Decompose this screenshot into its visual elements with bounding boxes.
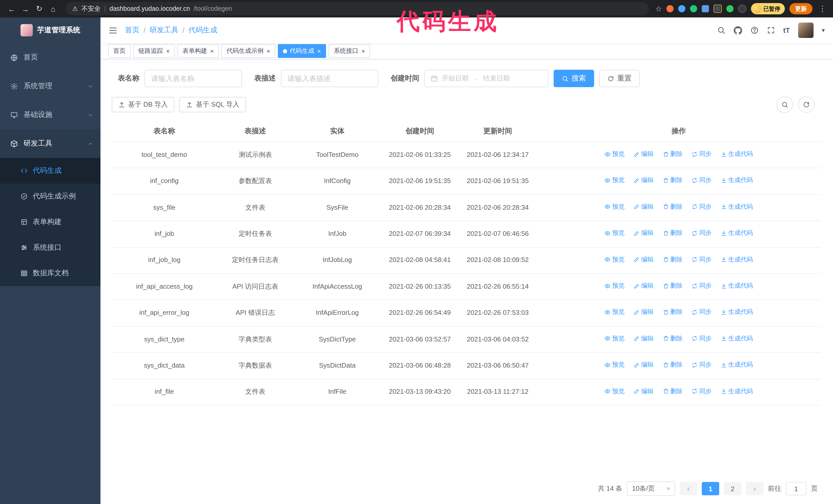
preview-link[interactable]: 预览 xyxy=(604,175,625,185)
preview-link[interactable]: 预览 xyxy=(604,281,625,291)
delete-link[interactable]: 删除 xyxy=(663,175,683,185)
edit-link[interactable]: 编辑 xyxy=(634,281,653,291)
user-avatar[interactable] xyxy=(798,23,813,38)
extension-icon[interactable] xyxy=(714,5,722,13)
delete-link[interactable]: 删除 xyxy=(663,334,683,343)
generate-code-link[interactable]: 生成代码 xyxy=(721,149,753,159)
github-icon[interactable] xyxy=(734,26,742,34)
extension-icon[interactable] xyxy=(678,5,685,12)
preview-link[interactable]: 预览 xyxy=(604,307,625,317)
page-button-2[interactable]: 2 xyxy=(724,482,741,495)
reload-icon[interactable]: ↻ xyxy=(33,2,46,15)
edit-link[interactable]: 编辑 xyxy=(634,202,653,212)
close-icon[interactable]: × xyxy=(166,48,170,54)
preview-link[interactable]: 预览 xyxy=(604,386,625,396)
edit-link[interactable]: 编辑 xyxy=(634,307,653,317)
preview-link[interactable]: 预览 xyxy=(604,334,625,343)
sidebar-item-codegen[interactable]: 代码生成 xyxy=(0,158,100,184)
avatar-caret-icon[interactable]: ▾ xyxy=(822,27,825,34)
delete-link[interactable]: 删除 xyxy=(663,255,683,264)
forward-icon[interactable]: → xyxy=(19,2,32,15)
close-icon[interactable]: × xyxy=(317,48,321,54)
extension-icon[interactable] xyxy=(727,5,734,12)
generate-code-link[interactable]: 生成代码 xyxy=(721,175,753,185)
sync-link[interactable]: 同步 xyxy=(691,149,712,159)
extension-icon[interactable] xyxy=(690,5,697,12)
edit-link[interactable]: 编辑 xyxy=(634,360,653,370)
close-icon[interactable]: × xyxy=(361,48,365,54)
sync-link[interactable]: 同步 xyxy=(691,255,712,264)
sidebar-item-system-mgmt[interactable]: 系统管理 xyxy=(0,72,100,100)
generate-code-link[interactable]: 生成代码 xyxy=(721,255,753,264)
edit-link[interactable]: 编辑 xyxy=(634,255,653,264)
next-page-button[interactable]: › xyxy=(746,482,763,495)
edit-link[interactable]: 编辑 xyxy=(634,228,653,238)
sync-link[interactable]: 同步 xyxy=(691,360,712,370)
import-db-button[interactable]: 基于 DB 导入 xyxy=(112,97,174,112)
extension-icon[interactable] xyxy=(738,5,746,13)
extension-icon[interactable] xyxy=(702,5,709,12)
bookmark-star-icon[interactable]: ☆ xyxy=(656,5,662,13)
tab-trace[interactable]: 链路追踪× xyxy=(133,44,175,58)
help-icon[interactable] xyxy=(751,26,759,34)
preview-link[interactable]: 预览 xyxy=(604,228,625,238)
edit-link[interactable]: 编辑 xyxy=(634,334,653,343)
page-button-1[interactable]: 1 xyxy=(702,482,719,495)
security-label[interactable]: 不安全 xyxy=(81,4,101,13)
tab-home[interactable]: 首页 xyxy=(108,44,131,58)
toggle-search-button[interactable] xyxy=(777,96,793,113)
delete-link[interactable]: 删除 xyxy=(663,360,683,370)
date-range-picker[interactable]: 开始日期 - 结束日期 xyxy=(425,70,548,87)
generate-code-link[interactable]: 生成代码 xyxy=(721,334,753,343)
generate-code-link[interactable]: 生成代码 xyxy=(721,386,753,396)
back-icon[interactable]: ← xyxy=(5,2,18,15)
preview-link[interactable]: 预览 xyxy=(604,202,625,212)
sidebar-item-codegen-example[interactable]: 代码生成示例 xyxy=(0,184,100,209)
delete-link[interactable]: 删除 xyxy=(663,228,683,238)
profile-paused-badge[interactable]: 已暂停 xyxy=(751,3,785,14)
preview-link[interactable]: 预览 xyxy=(604,360,625,370)
generate-code-link[interactable]: 生成代码 xyxy=(721,202,753,212)
delete-link[interactable]: 删除 xyxy=(663,149,683,159)
edit-link[interactable]: 编辑 xyxy=(634,386,653,396)
breadcrumb-home[interactable]: 首页 xyxy=(125,26,139,35)
delete-link[interactable]: 删除 xyxy=(663,202,683,212)
delete-link[interactable]: 删除 xyxy=(663,386,683,396)
home-icon[interactable]: ⌂ xyxy=(47,2,60,15)
font-size-icon[interactable]: tT xyxy=(783,26,790,34)
close-icon[interactable]: × xyxy=(210,48,214,54)
table-name-input[interactable] xyxy=(145,70,242,87)
delete-link[interactable]: 删除 xyxy=(663,307,683,317)
sidebar-item-infrastructure[interactable]: 基础设施 xyxy=(0,100,100,129)
refresh-table-button[interactable] xyxy=(798,96,814,113)
search-button[interactable]: 搜索 xyxy=(554,70,594,87)
tab-codegen-example[interactable]: 代码生成示例× xyxy=(221,44,275,58)
import-sql-button[interactable]: 基于 SQL 导入 xyxy=(180,97,246,112)
prev-page-button[interactable]: ‹ xyxy=(680,482,697,495)
generate-code-link[interactable]: 生成代码 xyxy=(721,281,753,291)
edit-link[interactable]: 编辑 xyxy=(634,175,653,185)
menu-fold-icon[interactable] xyxy=(109,26,117,34)
sidebar-item-form-builder[interactable]: 表单构建 xyxy=(0,209,100,235)
tab-form-builder[interactable]: 表单构建× xyxy=(177,44,219,58)
breadcrumb-dev-tools[interactable]: 研发工具 xyxy=(150,26,178,35)
sidebar-item-system-api[interactable]: 系统接口 xyxy=(0,235,100,261)
sidebar-item-home[interactable]: 首页 xyxy=(0,43,100,72)
sidebar-item-db-doc[interactable]: 数据库文档 xyxy=(0,261,100,286)
sync-link[interactable]: 同步 xyxy=(691,281,712,291)
sync-link[interactable]: 同步 xyxy=(691,175,712,185)
sync-link[interactable]: 同步 xyxy=(691,202,712,212)
table-desc-input[interactable] xyxy=(281,70,378,87)
browser-menu-icon[interactable]: ⋮ xyxy=(817,4,828,13)
page-size-select[interactable]: 10条/页 ▾ xyxy=(627,481,675,496)
delete-link[interactable]: 删除 xyxy=(663,281,683,291)
reset-button[interactable]: 重置 xyxy=(599,70,640,87)
extension-icon[interactable] xyxy=(666,5,673,12)
generate-code-link[interactable]: 生成代码 xyxy=(721,228,753,238)
sidebar-item-dev-tools[interactable]: 研发工具 xyxy=(0,129,100,158)
goto-page-input[interactable] xyxy=(786,482,806,495)
generate-code-link[interactable]: 生成代码 xyxy=(721,360,753,370)
url-bar[interactable]: ⚠ 不安全 | dashboard.yudao.iocoder.cn/tool/… xyxy=(66,2,649,16)
edit-link[interactable]: 编辑 xyxy=(634,149,653,159)
sync-link[interactable]: 同步 xyxy=(691,307,712,317)
